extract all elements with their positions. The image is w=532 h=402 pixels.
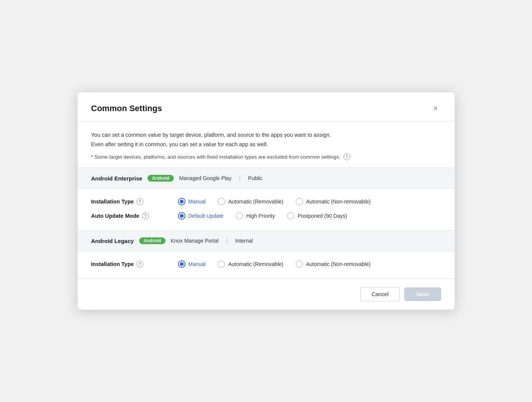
common-settings-modal: Common Settings × You can set a common v… [78, 92, 455, 310]
android-enterprise-badge: Android [147, 175, 174, 182]
modal-footer: Cancel Save [78, 278, 455, 310]
radio-circle-postponed [287, 212, 294, 220]
android-legacy-badge: Android [139, 237, 166, 244]
separator-2: | [226, 237, 228, 244]
radio-circle-default-update [178, 212, 186, 220]
radio-manual-legacy[interactable]: Manual [178, 260, 206, 268]
note-text: * Some target devices, platforms, and so… [91, 154, 340, 160]
radio-auto-removable-legacy[interactable]: Automatic (Removable) [218, 260, 283, 268]
radio-manual-enterprise[interactable]: Manual [178, 198, 206, 205]
android-enterprise-settings: Installation Type ? Manual Automatic (Re… [78, 189, 455, 230]
installation-type-label-legacy: Installation Type ? [91, 261, 178, 267]
separator-1: | [239, 175, 241, 182]
save-button[interactable]: Save [404, 287, 441, 301]
cancel-button[interactable]: Cancel [360, 287, 399, 301]
android-legacy-title: Android Legacy [91, 238, 134, 244]
note-help-icon: ? [343, 153, 350, 160]
installation-type-label-enterprise: Installation Type ? [91, 198, 178, 205]
radio-circle-high-priority [236, 212, 243, 220]
radio-circle-manual-legacy [178, 260, 186, 268]
android-legacy-header: Android Legacy Android Knox Manage Porta… [78, 230, 455, 251]
android-legacy-source: Knox Manage Portal [171, 238, 219, 244]
close-button[interactable]: × [430, 103, 441, 114]
installation-type-options-enterprise: Manual Automatic (Removable) Automatic (… [178, 198, 371, 205]
radio-circle-auto-nonremovable-enterprise [296, 198, 303, 205]
installation-type-options-legacy: Manual Automatic (Removable) Automatic (… [178, 260, 371, 268]
radio-circle-manual-enterprise [178, 198, 186, 205]
auto-update-mode-row: Auto Update Mode ? Default Update High P… [91, 212, 441, 220]
radio-circle-auto-removable-enterprise [218, 198, 225, 205]
radio-auto-nonremovable-enterprise[interactable]: Automatic (Non-removable) [296, 198, 371, 205]
modal-body: You can set a common value by target dev… [78, 121, 455, 278]
modal-title: Common Settings [91, 104, 162, 113]
android-enterprise-source-type: Public [248, 175, 262, 181]
radio-circle-auto-nonremovable-legacy [296, 260, 303, 268]
installation-type-help-icon-legacy[interactable]: ? [136, 261, 143, 267]
auto-update-options: Default Update High Priority Postponed (… [178, 212, 347, 220]
android-legacy-settings: Installation Type ? Manual Automatic (Re… [78, 251, 455, 278]
android-legacy-source-type: Internal [235, 238, 253, 244]
radio-high-priority[interactable]: High Priority [236, 212, 275, 220]
radio-postponed[interactable]: Postponed (90 Days) [287, 212, 347, 220]
radio-default-update[interactable]: Default Update [178, 212, 224, 220]
android-enterprise-title: Android Enterprise [91, 175, 143, 182]
installation-type-row-enterprise: Installation Type ? Manual Automatic (Re… [91, 198, 441, 205]
radio-circle-auto-removable-legacy [218, 260, 225, 268]
android-enterprise-header: Android Enterprise Android Managed Googl… [78, 168, 455, 189]
modal-description: You can set a common value by target dev… [78, 121, 455, 153]
radio-auto-removable-enterprise[interactable]: Automatic (Removable) [218, 198, 283, 205]
description-line1: You can set a common value by target dev… [91, 130, 441, 140]
android-enterprise-source: Managed Google Play [179, 175, 232, 181]
modal-note: * Some target devices, platforms, and so… [78, 153, 455, 168]
description-line2: Even after setting it in common, you can… [91, 140, 441, 149]
auto-update-mode-label: Auto Update Mode ? [91, 212, 178, 219]
modal-header: Common Settings × [78, 92, 455, 121]
installation-type-help-icon-enterprise[interactable]: ? [136, 198, 143, 205]
installation-type-row-legacy: Installation Type ? Manual Automatic (Re… [91, 260, 441, 268]
auto-update-help-icon[interactable]: ? [142, 212, 149, 219]
radio-auto-nonremovable-legacy[interactable]: Automatic (Non-removable) [296, 260, 371, 268]
